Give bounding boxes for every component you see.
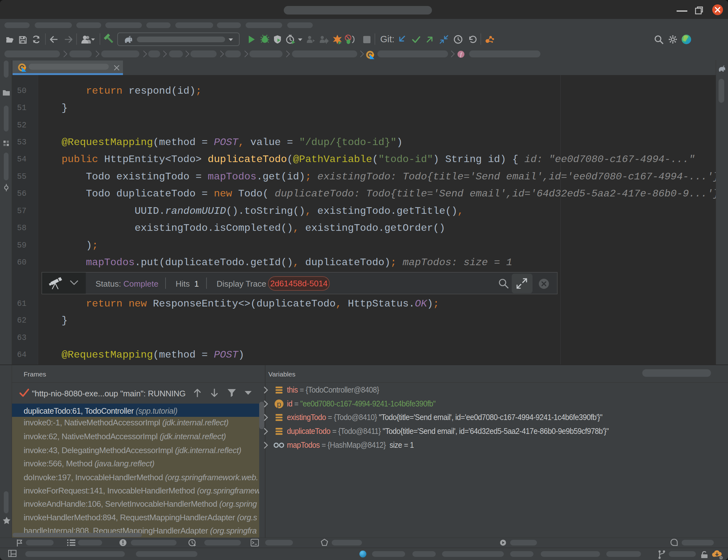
svg-text:p: p bbox=[277, 400, 281, 408]
